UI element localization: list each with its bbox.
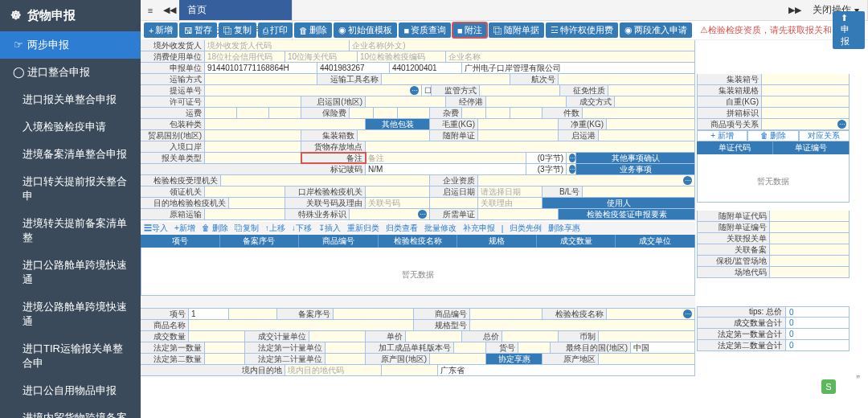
dot-icon[interactable]: ⋯ [569, 154, 575, 162]
tool-复制[interactable]: ⿻复制 [219, 23, 256, 38]
remark-label: 备注 [301, 153, 366, 163]
goods-op[interactable]: | [498, 224, 507, 233]
goods-op[interactable]: ☰导入 [141, 223, 171, 234]
tool-初始值模板[interactable]: ◉初始值模板 [334, 23, 397, 38]
sidebar-item[interactable]: 进口公路舱单跨境快速通 [0, 252, 141, 293]
chevron-icon: ◯ [13, 66, 24, 78]
business-button[interactable]: 业务事项 [576, 164, 695, 174]
right-op[interactable]: + 新增 [697, 130, 747, 141]
goods-op[interactable]: 补充申报 [460, 223, 498, 234]
right-nodata: 暂无数据 [697, 154, 850, 203]
lbl-overseas: 境外收发货人 [141, 40, 205, 51]
tool-icon: 🗑 [299, 26, 308, 35]
sidebar: ☸ 货物申报 ☞两步申报◯进口整合申报进口报关单整合申报入境检验检疫申请进境备案… [0, 0, 141, 418]
ciq-button[interactable]: 检验检疫签证申报要素 [559, 209, 695, 219]
user-button[interactable]: 使用人 [542, 198, 695, 208]
dot-icon[interactable]: ⋯ [569, 165, 575, 174]
dot-icon[interactable]: ⋯ [683, 309, 692, 318]
goods-op[interactable]: 归类先例 [506, 223, 545, 234]
toolbar: +新增🖫暂存⿻复制⎙打印🗑删除◉初始值模板■资质查询■附注⿻随附单据☲特许权使用… [141, 21, 868, 40]
sidebar-item[interactable]: ☞两步申报 [0, 31, 141, 59]
tool-特许权使用费[interactable]: ☲特许权使用费 [546, 23, 618, 38]
goods-nodata: 暂无数据 [141, 248, 695, 296]
back-icon[interactable]: ◀◀ [160, 0, 179, 20]
tool-删除[interactable]: 🗑删除 [294, 23, 332, 38]
goods-op[interactable]: ↧插入 [315, 223, 344, 234]
tool-icon: ⎙ [263, 26, 268, 35]
goods-op[interactable]: ↓下移 [289, 223, 315, 234]
goods-op[interactable]: 重新归类 [344, 223, 383, 234]
right-op[interactable]: 对应关系 [799, 130, 850, 141]
dot-icon[interactable]: ⋯ [410, 86, 419, 95]
goods-op[interactable]: 归类查看 [383, 223, 421, 234]
main: ≡ ◀◀ 首页进口报关单整合申报✕ ▶▶ 关闭操作▾ +新增🖫暂存⿻复制⎙打印🗑… [141, 0, 868, 418]
end-quote-icon: ” [856, 373, 860, 386]
goods-op[interactable]: 删除享惠 [545, 223, 583, 234]
dot-icon[interactable]: ⋯ [683, 176, 692, 185]
other-confirm-button[interactable]: 其他事项确认 [576, 153, 695, 163]
goods-op[interactable]: 批量修改 [421, 223, 460, 234]
dot-icon[interactable]: ⋯ [418, 210, 427, 219]
float-s-icon[interactable]: S [821, 379, 836, 394]
sidebar-title-text: 货物申报 [27, 8, 76, 22]
goods-toolbar: ☰导入+新增🗑 删除⿻复制↑上移↓下移↧插入重新归类归类查看批量修改补充申报|归… [141, 222, 695, 235]
tool-icon: ⿻ [493, 26, 502, 35]
goods-op[interactable]: ↑上移 [262, 223, 289, 234]
forward-icon[interactable]: ▶▶ [785, 0, 805, 20]
overseas-name[interactable]: 企业名称(外文) [350, 40, 695, 51]
warning-text: ⚠检验检疫资质，请先获取报关和检验检疫资质，具体申请 [700, 24, 832, 36]
sidebar-item[interactable]: 进口公自用物品申报 [0, 377, 141, 404]
right-ops: + 新增🗑 删除对应关系 [697, 130, 850, 141]
tool-icon: ■ [457, 26, 463, 35]
upload-icon: ⬆ [841, 13, 848, 23]
sidebar-item[interactable]: 进境公路舱单跨境快速通 [0, 293, 141, 335]
sidebar-title: ☸ 货物申报 [0, 0, 141, 31]
overseas-code[interactable]: 境外收发货人代码 [205, 40, 350, 51]
right-op[interactable]: 🗑 删除 [747, 130, 798, 141]
dashboard-icon: ☸ [10, 8, 21, 23]
right-th: 单证代码单证编号 [697, 141, 850, 154]
tool-icon: ☲ [551, 25, 559, 35]
tips-panel: tips: 总价0 成交数量合计0法定第一数量合计0法定第二数量合计0 [697, 237, 850, 351]
tool-附注[interactable]: ■附注 [452, 23, 487, 38]
tool-打印[interactable]: ⎙打印 [258, 23, 293, 38]
sidebar-item[interactable]: 进境转关提前备案清单整 [0, 210, 141, 252]
tool-icon: ■ [403, 26, 409, 35]
tool-icon: ◉ [624, 25, 633, 35]
goods-header: 项号备案序号商品编号检验检疫名称规格成交数量成交单位 [141, 235, 695, 248]
sidebar-item[interactable]: 进境备案清单整合申报 [0, 141, 141, 168]
sidebar-item[interactable]: 进境内贸货物跨境备案清 [0, 404, 141, 418]
tool-资质查询[interactable]: ■资质查询 [399, 23, 451, 38]
tool-icon: + [149, 26, 154, 35]
tool-icon: ⿻ [223, 26, 232, 35]
agreement-button[interactable]: 协定享惠 [486, 354, 542, 364]
tool-icon: ◉ [338, 25, 346, 35]
tool-新增[interactable]: +新增 [144, 23, 178, 38]
sidebar-item[interactable]: 入境检验检疫申请 [0, 113, 141, 141]
dot-icon[interactable]: ⋯ [837, 120, 846, 129]
remark-input[interactable]: 备注 [366, 153, 526, 163]
tool-暂存[interactable]: 🖫暂存 [179, 23, 217, 38]
form-grid: 境外收发货人境外收发货人代码企业名称(外文) 消费使用单位18位社会信用代码10… [141, 40, 695, 376]
sidebar-item[interactable]: 进口TIR运输报关单整合申 [0, 335, 141, 377]
tab-bar: ≡ ◀◀ 首页进口报关单整合申报✕ ▶▶ 关闭操作▾ [141, 0, 868, 21]
sidebar-item[interactable]: ◯进口整合申报 [0, 59, 141, 86]
sidebar-item[interactable]: 进口报关单整合申报 [0, 86, 141, 113]
other-package-button[interactable]: 其他包装 [366, 119, 430, 129]
goods-op[interactable]: ⿻复制 [231, 223, 262, 234]
tool-两段准入申请[interactable]: ◉两段准入申请 [620, 23, 692, 38]
tips-label: tips: 总价 [698, 307, 786, 317]
menu-icon[interactable]: ≡ [141, 0, 160, 20]
sidebar-item[interactable]: 进口转关提前报关整合申 [0, 168, 141, 210]
chevron-icon: ☞ [13, 39, 24, 51]
tab[interactable]: 首页 [179, 0, 293, 20]
goods-op[interactable]: +新增 [171, 223, 199, 234]
tool-icon: 🖫 [184, 26, 193, 35]
tool-随附单据[interactable]: ⿻随附单据 [489, 23, 544, 38]
goods-op[interactable]: 🗑 删除 [199, 223, 231, 234]
